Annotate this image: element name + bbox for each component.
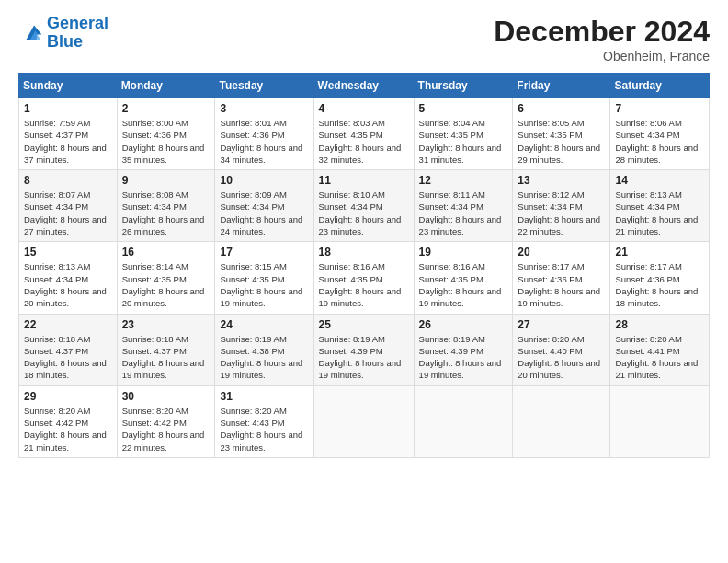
day-info: Sunrise: 8:13 AMSunset: 4:34 PMDaylight:… — [24, 260, 112, 309]
calendar-cell — [414, 385, 513, 457]
calendar-cell: 13Sunrise: 8:12 AMSunset: 4:34 PMDayligh… — [513, 170, 610, 242]
calendar-cell: 9Sunrise: 8:08 AMSunset: 4:34 PMDaylight… — [117, 170, 215, 242]
calendar-week-row: 1Sunrise: 7:59 AMSunset: 4:37 PMDaylight… — [19, 98, 710, 170]
day-number: 4 — [319, 102, 409, 115]
day-number: 20 — [518, 246, 605, 259]
weekday-header: Thursday — [414, 74, 513, 98]
day-info: Sunrise: 8:19 AMSunset: 4:39 PMDaylight:… — [319, 333, 409, 382]
calendar-cell: 27Sunrise: 8:20 AMSunset: 4:40 PMDayligh… — [513, 314, 610, 385]
calendar-cell: 14Sunrise: 8:13 AMSunset: 4:34 PMDayligh… — [610, 170, 710, 242]
day-number: 31 — [220, 390, 308, 403]
calendar-cell: 31Sunrise: 8:20 AMSunset: 4:43 PMDayligh… — [215, 385, 313, 457]
day-number: 21 — [615, 246, 704, 259]
calendar-cell — [610, 385, 710, 457]
calendar-table: SundayMondayTuesdayWednesdayThursdayFrid… — [18, 73, 710, 458]
day-info: Sunrise: 8:05 AMSunset: 4:35 PMDaylight:… — [518, 117, 605, 166]
calendar-cell: 28Sunrise: 8:20 AMSunset: 4:41 PMDayligh… — [610, 314, 710, 385]
calendar-cell — [313, 385, 414, 457]
month-title: December 2024 — [494, 15, 710, 49]
day-info: Sunrise: 8:17 AMSunset: 4:36 PMDaylight:… — [518, 260, 605, 309]
day-number: 26 — [419, 318, 508, 331]
day-number: 15 — [24, 246, 112, 259]
day-info: Sunrise: 8:20 AMSunset: 4:41 PMDaylight:… — [615, 333, 704, 382]
calendar-cell: 8Sunrise: 8:07 AMSunset: 4:34 PMDaylight… — [19, 170, 118, 242]
day-number: 24 — [220, 318, 308, 331]
calendar-cell: 3Sunrise: 8:01 AMSunset: 4:36 PMDaylight… — [215, 98, 313, 170]
calendar-cell: 26Sunrise: 8:19 AMSunset: 4:39 PMDayligh… — [414, 314, 513, 385]
calendar-cell: 17Sunrise: 8:15 AMSunset: 4:35 PMDayligh… — [215, 242, 313, 314]
weekday-header: Tuesday — [215, 74, 313, 98]
day-number: 12 — [419, 174, 508, 187]
calendar-cell: 15Sunrise: 8:13 AMSunset: 4:34 PMDayligh… — [19, 242, 118, 314]
calendar-header-row: SundayMondayTuesdayWednesdayThursdayFrid… — [19, 74, 710, 98]
logo-icon — [21, 20, 47, 46]
day-info: Sunrise: 8:14 AMSunset: 4:35 PMDaylight:… — [122, 260, 210, 309]
day-info: Sunrise: 8:18 AMSunset: 4:37 PMDaylight:… — [24, 333, 112, 382]
weekday-header: Sunday — [19, 74, 118, 98]
day-number: 13 — [518, 174, 605, 187]
day-info: Sunrise: 8:13 AMSunset: 4:34 PMDaylight:… — [615, 189, 704, 237]
calendar-cell: 30Sunrise: 8:20 AMSunset: 4:42 PMDayligh… — [117, 385, 215, 457]
calendar-cell: 19Sunrise: 8:16 AMSunset: 4:35 PMDayligh… — [414, 242, 513, 314]
weekday-header: Saturday — [610, 74, 710, 98]
day-info: Sunrise: 8:20 AMSunset: 4:43 PMDaylight:… — [220, 405, 308, 454]
calendar-week-row: 15Sunrise: 8:13 AMSunset: 4:34 PMDayligh… — [19, 242, 710, 314]
day-info: Sunrise: 8:11 AMSunset: 4:34 PMDaylight:… — [419, 189, 508, 237]
calendar-cell: 23Sunrise: 8:18 AMSunset: 4:37 PMDayligh… — [117, 314, 215, 385]
day-number: 11 — [319, 174, 409, 187]
calendar-week-row: 29Sunrise: 8:20 AMSunset: 4:42 PMDayligh… — [19, 385, 710, 457]
day-number: 19 — [419, 246, 508, 259]
day-info: Sunrise: 8:12 AMSunset: 4:34 PMDaylight:… — [518, 189, 605, 237]
day-info: Sunrise: 8:20 AMSunset: 4:42 PMDaylight:… — [24, 405, 112, 454]
page: General Blue December 2024 Obenheim, Fra… — [0, 0, 728, 563]
day-info: Sunrise: 8:04 AMSunset: 4:35 PMDaylight:… — [419, 117, 508, 166]
calendar-week-row: 8Sunrise: 8:07 AMSunset: 4:34 PMDaylight… — [19, 170, 710, 242]
day-number: 22 — [24, 318, 112, 331]
calendar-cell: 21Sunrise: 8:17 AMSunset: 4:36 PMDayligh… — [610, 242, 710, 314]
day-info: Sunrise: 8:16 AMSunset: 4:35 PMDaylight:… — [319, 260, 409, 309]
day-number: 30 — [122, 390, 210, 403]
day-number: 10 — [220, 174, 308, 187]
calendar-cell: 2Sunrise: 8:00 AMSunset: 4:36 PMDaylight… — [117, 98, 215, 170]
day-number: 16 — [122, 246, 210, 259]
day-info: Sunrise: 8:10 AMSunset: 4:34 PMDaylight:… — [319, 189, 409, 237]
calendar-cell: 16Sunrise: 8:14 AMSunset: 4:35 PMDayligh… — [117, 242, 215, 314]
calendar-cell: 6Sunrise: 8:05 AMSunset: 4:35 PMDaylight… — [513, 98, 610, 170]
day-info: Sunrise: 8:00 AMSunset: 4:36 PMDaylight:… — [122, 117, 210, 166]
calendar-cell: 29Sunrise: 8:20 AMSunset: 4:42 PMDayligh… — [19, 385, 118, 457]
day-number: 18 — [319, 246, 409, 259]
location: Obenheim, France — [494, 49, 710, 63]
weekday-header: Monday — [117, 74, 215, 98]
day-number: 14 — [615, 174, 704, 187]
logo: General Blue — [18, 15, 108, 52]
weekday-header: Wednesday — [313, 74, 414, 98]
calendar-cell: 5Sunrise: 8:04 AMSunset: 4:35 PMDaylight… — [414, 98, 513, 170]
day-info: Sunrise: 8:01 AMSunset: 4:36 PMDaylight:… — [220, 117, 308, 166]
weekday-header: Friday — [513, 74, 610, 98]
calendar-cell: 1Sunrise: 7:59 AMSunset: 4:37 PMDaylight… — [19, 98, 118, 170]
day-info: Sunrise: 8:15 AMSunset: 4:35 PMDaylight:… — [220, 260, 308, 309]
day-info: Sunrise: 7:59 AMSunset: 4:37 PMDaylight:… — [24, 117, 112, 166]
day-info: Sunrise: 8:07 AMSunset: 4:34 PMDaylight:… — [24, 189, 112, 237]
day-info: Sunrise: 8:20 AMSunset: 4:42 PMDaylight:… — [122, 405, 210, 454]
calendar-cell: 11Sunrise: 8:10 AMSunset: 4:34 PMDayligh… — [313, 170, 414, 242]
day-number: 5 — [419, 102, 508, 115]
day-number: 8 — [24, 174, 112, 187]
logo-text: General Blue — [47, 15, 108, 52]
day-number: 3 — [220, 102, 308, 115]
day-number: 17 — [220, 246, 308, 259]
calendar-cell: 25Sunrise: 8:19 AMSunset: 4:39 PMDayligh… — [313, 314, 414, 385]
header: General Blue December 2024 Obenheim, Fra… — [18, 15, 710, 63]
calendar-cell: 18Sunrise: 8:16 AMSunset: 4:35 PMDayligh… — [313, 242, 414, 314]
day-number: 27 — [518, 318, 605, 331]
day-number: 1 — [24, 102, 112, 115]
day-info: Sunrise: 8:03 AMSunset: 4:35 PMDaylight:… — [319, 117, 409, 166]
day-number: 29 — [24, 390, 112, 403]
day-info: Sunrise: 8:09 AMSunset: 4:34 PMDaylight:… — [220, 189, 308, 237]
day-info: Sunrise: 8:16 AMSunset: 4:35 PMDaylight:… — [419, 260, 508, 309]
calendar-week-row: 22Sunrise: 8:18 AMSunset: 4:37 PMDayligh… — [19, 314, 710, 385]
day-info: Sunrise: 8:08 AMSunset: 4:34 PMDaylight:… — [122, 189, 210, 237]
day-number: 23 — [122, 318, 210, 331]
day-number: 6 — [518, 102, 605, 115]
day-info: Sunrise: 8:18 AMSunset: 4:37 PMDaylight:… — [122, 333, 210, 382]
